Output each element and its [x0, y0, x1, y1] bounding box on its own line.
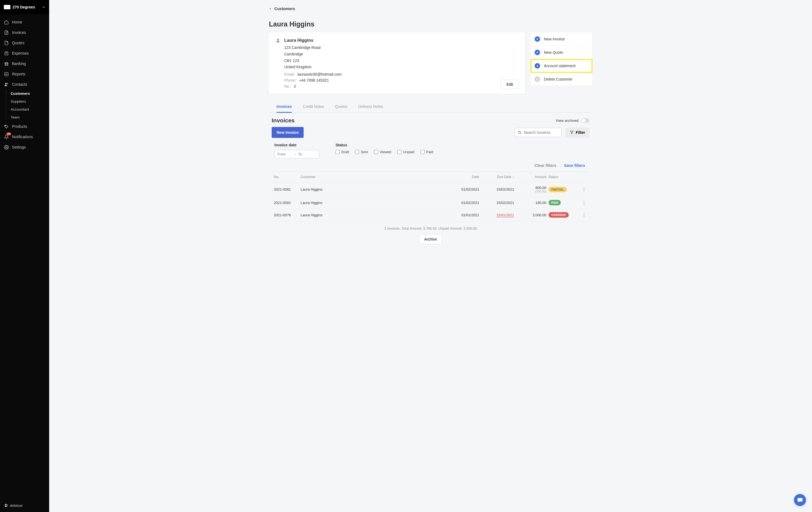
- filter-invoice-date: Invoice date →: [274, 143, 319, 159]
- nav-products[interactable]: Products: [0, 121, 49, 132]
- workspace-name: 270 Degrees: [12, 5, 40, 9]
- workspace-switcher[interactable]: 270 Degrees: [0, 0, 49, 14]
- nav-home[interactable]: Home: [0, 17, 49, 27]
- table-row[interactable]: 2021-0081 Laura Higgins 01/02/2021 15/02…: [272, 182, 589, 196]
- tab-invoices[interactable]: Invoices: [277, 101, 292, 113]
- filter-button[interactable]: Filter: [566, 127, 589, 137]
- status-draft-checkbox[interactable]: Draft: [336, 150, 349, 154]
- search-box[interactable]: [515, 128, 562, 137]
- filters-panel: Invoice date → Status Draft Sent Viewed: [269, 143, 592, 171]
- cell-date: 01/02/2021: [449, 187, 479, 192]
- tab-credit-notes[interactable]: Credit Notes: [303, 101, 324, 113]
- action-account-statement[interactable]: Account statement: [531, 59, 592, 73]
- archive-button[interactable]: Archive: [419, 234, 442, 244]
- action-label: New Invoice: [544, 37, 564, 41]
- date-to-input[interactable]: [298, 152, 312, 156]
- subnav-team[interactable]: Team: [6, 113, 49, 121]
- th-status[interactable]: Status: [549, 175, 579, 179]
- cell-date: 01/02/2021: [449, 201, 479, 205]
- address-street: 123 Cambridge Road: [284, 45, 518, 51]
- filter-status-title: Status: [336, 143, 433, 147]
- table-header: No. Customer Date Due Date ↓ Amount Stat…: [272, 171, 589, 182]
- cell-status: PAID: [549, 200, 579, 205]
- nav-label: Products: [12, 124, 27, 129]
- subnav-accountant[interactable]: Accountant: [6, 106, 49, 113]
- save-filters-link[interactable]: Save filters: [564, 163, 585, 168]
- cell-no: 2021-0082: [274, 201, 298, 205]
- status-sent-checkbox[interactable]: Sent: [355, 150, 368, 154]
- table-row[interactable]: 2021-0082 Laura Higgins 01/02/2021 15/02…: [272, 196, 589, 209]
- chat-fab[interactable]: [794, 494, 806, 506]
- customer-card: Laura Higgins 123 Cambridge Road Cambrid…: [269, 32, 525, 94]
- customer-address: 123 Cambridge Road Cambridge CB1 123 Uni…: [284, 45, 518, 70]
- action-new-quote[interactable]: New Quote: [531, 46, 592, 59]
- nav-notifications[interactable]: 35 Notifications: [0, 132, 49, 142]
- svg-point-18: [277, 39, 279, 40]
- sort-down-icon: ↓: [513, 175, 514, 179]
- nav-expenses[interactable]: Expenses: [0, 48, 49, 58]
- svg-line-25: [520, 133, 521, 134]
- nav-contacts[interactable]: Contacts: [0, 79, 49, 90]
- filter-icon: [570, 131, 574, 134]
- invoices-table: No. Customer Date Due Date ↓ Amount Stat…: [269, 171, 592, 244]
- status-viewed-checkbox[interactable]: Viewed: [374, 150, 391, 154]
- row-menu-icon[interactable]: ⋮: [581, 187, 587, 192]
- action-new-invoice[interactable]: New Invoice: [531, 32, 592, 46]
- cell-customer: Laura Higgins: [300, 213, 447, 217]
- clear-filters-link[interactable]: Clear filters: [534, 163, 556, 168]
- th-due-date[interactable]: Due Date ↓: [481, 175, 514, 179]
- view-archived-toggle[interactable]: [581, 118, 589, 123]
- action-delete-customer[interactable]: Delete Customer: [531, 73, 592, 86]
- customer-no-label: No.:: [284, 84, 291, 88]
- plus-icon: [534, 36, 540, 42]
- tabs: Invoices Credit Notes Quotes Delivery No…: [269, 101, 592, 113]
- workspace-icon: [4, 5, 10, 9]
- nav-label: Home: [12, 20, 22, 24]
- row-menu-icon[interactable]: ⋮: [581, 212, 587, 218]
- row-menu-icon[interactable]: ⋮: [581, 200, 587, 205]
- table-row[interactable]: 2021-0078 Laura Higgins 01/01/2021 15/01…: [272, 209, 589, 221]
- nav-invoices[interactable]: Invoices: [0, 27, 49, 38]
- search-input[interactable]: [524, 130, 559, 135]
- nav-quotes[interactable]: Quotes: [0, 38, 49, 48]
- address-postcode: CB1 123: [284, 58, 518, 64]
- chevron-left-icon: [269, 7, 272, 10]
- sidebar: 270 Degrees Home Invoices Quotes Expense…: [0, 0, 49, 512]
- nav-settings[interactable]: Settings: [0, 142, 49, 152]
- th-amount[interactable]: Amount: [516, 175, 546, 179]
- filter-label: Filter: [576, 130, 585, 135]
- footer-brand: debitoor: [10, 504, 23, 508]
- new-invoice-button[interactable]: New Invoice: [272, 127, 303, 138]
- bank-icon: [4, 61, 9, 66]
- customer-no-value: 2: [294, 84, 296, 88]
- edit-button[interactable]: Edit: [501, 80, 519, 89]
- date-from-input[interactable]: [278, 152, 292, 156]
- subnav-suppliers[interactable]: Suppliers: [6, 97, 49, 106]
- th-no[interactable]: No.: [274, 175, 298, 179]
- plus-icon: [534, 50, 540, 55]
- actions-panel: New Invoice New Quote Account statement …: [531, 32, 592, 86]
- th-date[interactable]: Date: [449, 175, 479, 179]
- action-label: Account statement: [544, 64, 576, 68]
- tab-quotes[interactable]: Quotes: [335, 101, 347, 113]
- cell-amount: 180.00: [516, 201, 546, 205]
- nav-banking[interactable]: Banking: [0, 58, 49, 69]
- date-range-input[interactable]: →: [274, 150, 319, 159]
- tab-delivery-notes[interactable]: Delivery Notes: [358, 101, 383, 113]
- th-customer[interactable]: Customer: [300, 175, 447, 179]
- search-icon: [518, 131, 521, 134]
- breadcrumb[interactable]: Customers: [269, 6, 592, 15]
- nav-reports[interactable]: Reports: [0, 69, 49, 79]
- page-title: Laura Higgins: [269, 20, 592, 28]
- status-paid-checkbox[interactable]: Paid: [420, 150, 433, 154]
- subnav-customers[interactable]: Customers: [6, 90, 49, 97]
- phone-value: +44 7098 145321: [299, 78, 329, 82]
- status-unpaid-checkbox[interactable]: Unpaid: [397, 150, 414, 154]
- address-city: Cambridge: [284, 51, 518, 58]
- contacts-subnav: Customers Suppliers Accountant Team: [6, 90, 49, 121]
- quote-icon: [4, 40, 9, 45]
- home-icon: [4, 20, 9, 25]
- expense-icon: [4, 51, 9, 56]
- nav-list: Home Invoices Quotes Expenses Banking Re…: [0, 14, 49, 152]
- overdue-date-link[interactable]: 15/01/2021: [496, 213, 514, 217]
